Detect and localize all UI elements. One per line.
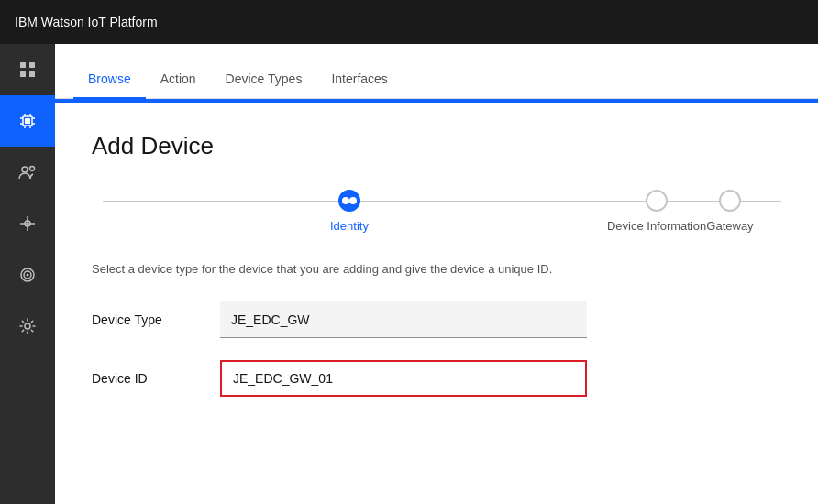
svg-rect-5 — [25, 118, 30, 124]
device-id-row: Device ID — [92, 360, 781, 397]
compass-icon[interactable] — [0, 198, 55, 249]
device-type-row: Device Type — [92, 301, 781, 338]
svg-point-15 — [30, 167, 35, 171]
stepper-circle-gateway — [719, 190, 741, 212]
tab-bar: Browse Action Device Types Interfaces — [55, 44, 818, 99]
tab-interfaces[interactable]: Interfaces — [316, 71, 402, 99]
device-type-label: Device Type — [92, 312, 220, 327]
device-type-input[interactable] — [220, 301, 587, 338]
svg-rect-1 — [29, 62, 35, 68]
svg-rect-3 — [29, 71, 35, 77]
device-id-input[interactable] — [220, 360, 587, 397]
svg-point-14 — [22, 167, 28, 172]
stepper-label-identity: Identity — [330, 219, 369, 233]
description-text: Select a device type for the device that… — [92, 262, 734, 276]
stepper-label-gateway: Gateway — [706, 219, 753, 233]
stepper: Identity Device Information Gateway — [92, 190, 781, 233]
svg-point-22 — [25, 323, 30, 329]
stepper-step-identity: Identity — [330, 190, 369, 233]
tab-device-types[interactable]: Device Types — [211, 71, 317, 99]
main-layout: Browse Action Device Types Interfaces Ad… — [0, 44, 818, 504]
page-title: Add Device — [92, 132, 781, 160]
top-bar: IBM Watson IoT Platform — [0, 0, 818, 44]
people-icon[interactable] — [0, 147, 55, 198]
settings-icon[interactable] — [0, 301, 55, 352]
sidebar — [0, 44, 55, 504]
chip-icon[interactable] — [0, 95, 55, 147]
page-content: Add Device Identity Device Information G… — [55, 103, 818, 504]
device-id-label: Device ID — [92, 371, 220, 386]
stepper-circle-identity — [338, 190, 360, 212]
fingerprint-icon[interactable] — [0, 249, 55, 301]
content-area: Browse Action Device Types Interfaces Ad… — [55, 44, 818, 504]
stepper-circle-device-info — [646, 190, 668, 212]
tab-action[interactable]: Action — [146, 71, 211, 99]
app-title: IBM Watson IoT Platform — [15, 15, 158, 29]
svg-rect-0 — [20, 62, 26, 68]
svg-point-21 — [27, 274, 29, 277]
stepper-label-device-info: Device Information — [607, 219, 706, 233]
grid-icon[interactable] — [0, 44, 55, 95]
stepper-step-device-info: Device Information — [607, 190, 706, 233]
tab-browse[interactable]: Browse — [73, 71, 146, 99]
svg-rect-2 — [20, 71, 26, 77]
stepper-step-gateway: Gateway — [706, 190, 753, 233]
